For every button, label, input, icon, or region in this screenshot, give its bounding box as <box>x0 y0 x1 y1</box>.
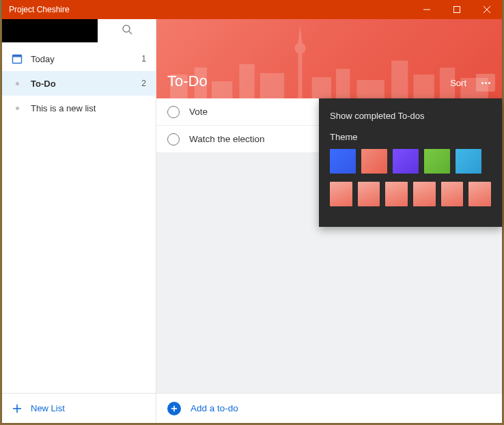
task-label: Watch the election <box>189 134 265 144</box>
search-icon <box>122 24 132 38</box>
sidebar: Today 1 To-Do 2 This is a new list <box>2 19 156 423</box>
task-label: Vote <box>189 107 208 117</box>
theme-swatch-image-1[interactable] <box>330 182 352 206</box>
task-checkbox[interactable] <box>167 106 180 118</box>
sidebar-item-todo[interactable]: To-Do 2 <box>2 71 156 96</box>
ellipsis-icon <box>481 82 490 84</box>
theme-swatch-image-3[interactable] <box>385 182 408 206</box>
sort-button[interactable]: Sort <box>446 75 471 91</box>
minimize-button[interactable] <box>412 0 442 19</box>
new-list-label: New List <box>31 403 65 413</box>
add-todo-label: Add a to-do <box>191 403 238 413</box>
svg-rect-13 <box>239 64 254 98</box>
theme-swatch-image-2[interactable] <box>358 182 380 206</box>
svg-rect-7 <box>13 55 22 57</box>
sidebar-item-label: Today <box>31 54 141 64</box>
sidebar-header <box>2 19 156 42</box>
more-button[interactable] <box>476 74 495 92</box>
theme-section-label: Theme <box>330 129 491 149</box>
calendar-icon <box>10 52 24 66</box>
svg-rect-12 <box>212 81 232 98</box>
account-region[interactable] <box>2 19 98 42</box>
list-header-actions: Sort <box>446 74 495 92</box>
app-body: Today 1 To-Do 2 This is a new list <box>2 19 502 423</box>
show-completed-menu-item[interactable]: Show completed To-dos <box>330 108 491 129</box>
theme-swatch-image-4[interactable] <box>413 182 436 206</box>
search-button[interactable] <box>98 24 156 38</box>
list-title: To-Do <box>167 72 208 90</box>
bullet-icon <box>10 101 24 115</box>
plus-circle-icon <box>167 402 181 415</box>
window-title: Project Cheshire <box>9 5 412 14</box>
svg-rect-20 <box>356 80 384 98</box>
plus-icon <box>12 403 23 414</box>
titlebar: Project Cheshire <box>2 0 502 19</box>
app-window: Project Cheshire <box>2 0 502 423</box>
maximize-button[interactable] <box>442 0 472 19</box>
svg-marker-16 <box>298 25 302 43</box>
svg-point-17 <box>294 42 305 53</box>
sidebar-item-count: 2 <box>141 79 146 88</box>
theme-swatch-green[interactable] <box>424 149 450 174</box>
theme-swatch-purple[interactable] <box>393 149 419 174</box>
sidebar-item-label: To-Do <box>31 79 141 89</box>
list-header: To-Do Sort <box>156 19 502 98</box>
bullet-icon <box>10 77 24 90</box>
task-checkbox[interactable] <box>167 133 180 146</box>
svg-rect-18 <box>312 77 331 98</box>
list-options-popup: Show completed To-dos Theme <box>319 98 502 227</box>
theme-image-row <box>330 182 491 206</box>
new-list-button[interactable]: New List <box>2 393 156 423</box>
svg-line-5 <box>129 31 132 34</box>
add-todo-button[interactable]: Add a to-do <box>156 393 502 423</box>
theme-color-row <box>330 149 491 174</box>
sidebar-item-custom[interactable]: This is a new list <box>2 96 156 120</box>
theme-swatch-teal[interactable] <box>456 149 481 174</box>
svg-point-4 <box>123 25 130 32</box>
sidebar-item-count: 1 <box>141 54 146 64</box>
theme-swatch-image-5[interactable] <box>441 182 464 206</box>
svg-rect-1 <box>454 7 460 13</box>
svg-rect-22 <box>413 74 434 98</box>
svg-rect-14 <box>260 73 284 98</box>
main-pane: To-Do Sort Vote Watch the election <box>156 19 502 423</box>
sidebar-item-today[interactable]: Today 1 <box>2 46 156 71</box>
sidebar-item-label: This is a new list <box>31 103 146 113</box>
theme-swatch-image-6[interactable] <box>468 182 491 206</box>
theme-swatch-blue[interactable] <box>330 149 356 174</box>
sidebar-lists: Today 1 To-Do 2 This is a new list <box>2 42 156 393</box>
svg-rect-19 <box>336 69 350 98</box>
close-button[interactable] <box>472 0 502 19</box>
svg-rect-21 <box>391 61 408 98</box>
theme-swatch-coral[interactable] <box>361 149 387 174</box>
